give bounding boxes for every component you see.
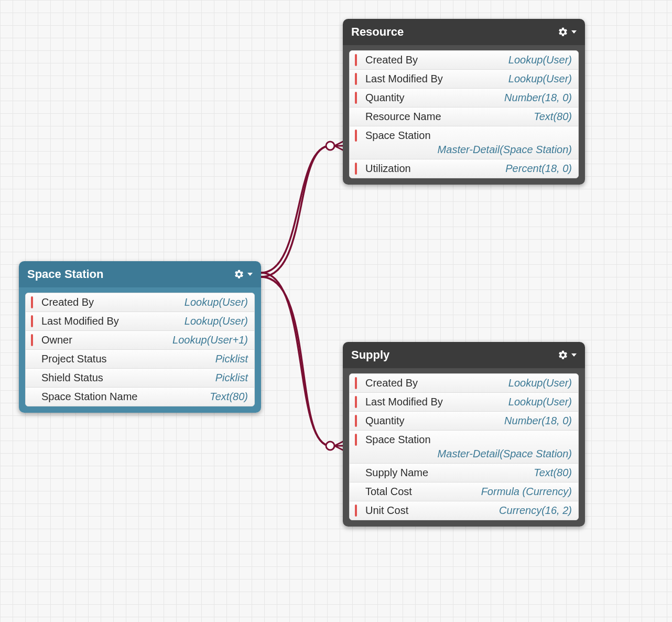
field-name: Last Modified By: [365, 396, 503, 408]
entity-title: Space Station: [27, 267, 103, 281]
field-row[interactable]: OwnerLookup(User+1): [26, 330, 254, 349]
field-row[interactable]: Resource NameText(80): [350, 107, 578, 126]
field-name: Created By: [365, 54, 503, 66]
relationship-bar-icon: [355, 415, 357, 427]
field-name: Last Modified By: [41, 315, 179, 327]
relationship-bar-icon: [355, 434, 357, 446]
field-row[interactable]: Unit CostCurrency(16, 2): [350, 501, 578, 520]
relationship-bar-icon: [355, 163, 357, 175]
relationship-bar-icon: [31, 296, 33, 308]
field-name: Created By: [41, 296, 179, 308]
field-type: Text(80): [534, 111, 572, 123]
entity-resource[interactable]: ResourceCreated ByLookup(User)Last Modif…: [343, 19, 585, 185]
field-name: Quantity: [365, 415, 499, 427]
entity-title: Resource: [351, 25, 404, 39]
field-type: Lookup(User): [508, 377, 572, 389]
field-row[interactable]: QuantityNumber(18, 0): [350, 411, 578, 430]
relationship-bar-icon: [31, 334, 33, 346]
relationship-bar-icon: [355, 130, 357, 142]
relationship-bar-icon: [355, 54, 357, 66]
field-name: Space Station: [365, 130, 572, 142]
entity-header-resource[interactable]: Resource: [343, 19, 585, 45]
field-name: Last Modified By: [365, 73, 503, 85]
field-type: Text(80): [210, 391, 248, 403]
field-row[interactable]: Space Station NameText(80): [26, 387, 254, 406]
connector-spacestation-resource: [261, 146, 330, 273]
connector-spacestation-resource-b: [261, 146, 330, 277]
relationship-bar-icon: [355, 73, 357, 85]
field-row[interactable]: Created ByLookup(User): [350, 374, 578, 392]
relationship-bar-icon: [355, 92, 357, 104]
entity-title: Supply: [351, 348, 389, 362]
field-type: Formula (Currency): [481, 486, 572, 498]
field-type: Lookup(User): [185, 315, 248, 327]
field-name: Owner: [41, 334, 167, 346]
field-name: Total Cost: [365, 486, 476, 498]
field-type: Lookup(User): [508, 54, 572, 66]
field-row[interactable]: Last Modified ByLookup(User): [26, 312, 254, 330]
entity-body: Created ByLookup(User)Last Modified ByLo…: [343, 45, 585, 185]
field-name: Space Station: [365, 434, 572, 446]
field-name: Quantity: [365, 92, 499, 104]
field-name: Supply Name: [365, 467, 528, 479]
field-row[interactable]: Space StationMaster-Detail(Space Station…: [350, 126, 578, 159]
entity-space-station[interactable]: Space StationCreated ByLookup(User)Last …: [19, 261, 261, 413]
chevron-down-icon: [571, 353, 577, 357]
field-row[interactable]: Space StationMaster-Detail(Space Station…: [350, 430, 578, 463]
field-list: Created ByLookup(User)Last Modified ByLo…: [349, 373, 579, 520]
field-row[interactable]: Created ByLookup(User): [350, 51, 578, 69]
relationship-bar-icon: [31, 372, 33, 384]
field-type: Master-Detail(Space Station): [355, 448, 572, 460]
relationship-bar-icon: [31, 315, 33, 327]
entity-header-space-station[interactable]: Space Station: [19, 261, 261, 287]
gear-icon[interactable]: [234, 269, 253, 280]
relationship-bar-icon: [355, 505, 357, 517]
field-name: Unit Cost: [365, 505, 494, 517]
field-row[interactable]: UtilizationPercent(18, 0): [350, 159, 578, 178]
field-row[interactable]: Project StatusPicklist: [26, 349, 254, 368]
relationship-bar-icon: [31, 353, 33, 365]
entity-body: Created ByLookup(User)Last Modified ByLo…: [343, 368, 585, 527]
field-row[interactable]: Supply NameText(80): [350, 463, 578, 482]
field-type: Picklist: [215, 372, 248, 384]
field-type: Picklist: [215, 353, 248, 365]
entity-header-supply[interactable]: Supply: [343, 342, 585, 368]
field-name: Created By: [365, 377, 503, 389]
field-type: Lookup(User+1): [172, 334, 248, 346]
chevron-down-icon: [571, 30, 577, 34]
field-list: Created ByLookup(User)Last Modified ByLo…: [349, 50, 579, 178]
field-name: Space Station Name: [41, 391, 204, 403]
field-type: Lookup(User): [185, 296, 248, 308]
field-row[interactable]: Shield StatusPicklist: [26, 368, 254, 387]
gear-icon[interactable]: [558, 27, 577, 37]
connector-spacestation-supply-b: [261, 277, 330, 446]
relationship-bar-icon: [355, 111, 357, 123]
field-row[interactable]: Last Modified ByLookup(User): [350, 69, 578, 88]
entity-body: Created ByLookup(User)Last Modified ByLo…: [19, 287, 261, 413]
field-type: Lookup(User): [508, 73, 572, 85]
connector-spacestation-supply: [261, 273, 330, 446]
field-row[interactable]: QuantityNumber(18, 0): [350, 88, 578, 107]
field-row[interactable]: Last Modified ByLookup(User): [350, 392, 578, 411]
field-type: Percent(18, 0): [505, 163, 572, 175]
endpoint-circle-supply: [326, 442, 334, 450]
field-row[interactable]: Created ByLookup(User): [26, 293, 254, 312]
field-type: Number(18, 0): [504, 92, 572, 104]
relationship-bar-icon: [355, 467, 357, 479]
field-type: Number(18, 0): [504, 415, 572, 427]
field-type: Text(80): [534, 467, 572, 479]
entity-supply[interactable]: SupplyCreated ByLookup(User)Last Modifie…: [343, 342, 585, 527]
field-type: Currency(16, 2): [499, 505, 572, 517]
gear-icon[interactable]: [558, 350, 577, 360]
endpoint-circle-resource: [326, 142, 334, 150]
relationship-bar-icon: [355, 396, 357, 408]
field-name: Resource Name: [365, 111, 528, 123]
field-type: Lookup(User): [508, 396, 572, 408]
chevron-down-icon: [247, 273, 253, 276]
field-list: Created ByLookup(User)Last Modified ByLo…: [25, 293, 255, 406]
field-name: Shield Status: [41, 372, 210, 384]
relationship-bar-icon: [31, 391, 33, 403]
field-name: Utilization: [365, 163, 500, 175]
field-row[interactable]: Total CostFormula (Currency): [350, 482, 578, 501]
relationship-bar-icon: [355, 486, 357, 498]
